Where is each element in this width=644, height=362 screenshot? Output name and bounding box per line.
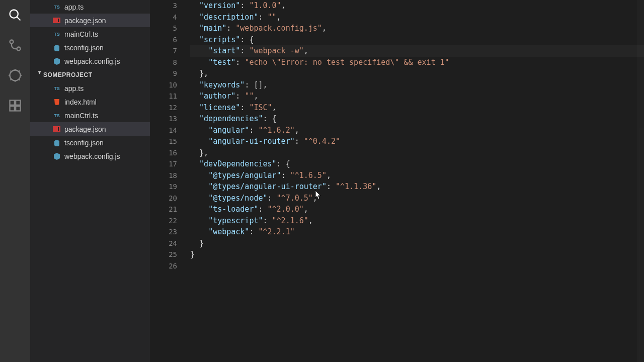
svg-rect-8 [16, 106, 20, 111]
debug-icon[interactable] [0, 60, 30, 90]
line-number: 12 [150, 102, 177, 114]
file-item[interactable]: TSmainCtrl.ts [30, 27, 150, 41]
file-label: app.ts [64, 84, 84, 93]
line-number: 14 [150, 125, 177, 136]
file-label: webpack.config.js [64, 152, 120, 160]
line-number: 11 [150, 90, 177, 102]
file-item[interactable]: package.json [30, 122, 150, 136]
file-item[interactable]: tsconfig.json [30, 136, 150, 149]
folder-label: SOMEPROJECT [43, 71, 93, 78]
code-line[interactable]: } [190, 249, 644, 260]
code-line[interactable]: "test": "echo \"Error: no test specified… [190, 57, 644, 68]
search-icon[interactable] [0, 0, 30, 30]
code-line[interactable]: "version": "1.0.0", [190, 0, 644, 12]
file-item[interactable]: webpack.config.js [30, 149, 150, 163]
line-number: 3 [150, 0, 177, 12]
code-line[interactable]: "webpack": "^2.2.1" [190, 226, 644, 238]
code-line[interactable]: "author": "", [190, 90, 644, 102]
file-label: package.json [64, 125, 106, 133]
line-number: 5 [150, 23, 177, 34]
line-number: 4 [150, 12, 177, 23]
line-number: 22 [150, 215, 177, 227]
code-line[interactable]: "@types/angular": "^1.6.5", [190, 170, 644, 182]
file-label: app.ts [64, 3, 84, 11]
svg-rect-5 [10, 101, 15, 105]
svg-point-0 [10, 10, 18, 18]
line-number: 19 [150, 181, 177, 193]
file-label: mainCtrl.ts [64, 112, 98, 120]
svg-line-1 [17, 17, 21, 21]
code-line[interactable]: "devDependencies": { [190, 158, 644, 170]
file-label: webpack.config.js [64, 57, 120, 65]
code-content[interactable]: "version": "1.0.0", "description": "", "… [190, 0, 644, 362]
file-label: package.json [64, 17, 106, 25]
file-item[interactable]: webpack.config.js [30, 54, 150, 68]
line-number: 10 [150, 79, 177, 91]
line-number: 7 [150, 45, 177, 57]
line-number: 15 [150, 136, 177, 147]
code-line[interactable]: "main": "webpack.config.js", [190, 23, 644, 34]
extensions-icon[interactable] [0, 90, 30, 121]
code-line[interactable]: "start": "webpack -w", [190, 45, 644, 57]
file-label: mainCtrl.ts [64, 30, 98, 38]
file-item[interactable]: TSapp.ts [30, 0, 150, 14]
line-number: 21 [150, 204, 177, 215]
line-number: 8 [150, 57, 177, 68]
code-line[interactable]: }, [190, 68, 644, 79]
svg-point-3 [17, 47, 21, 51]
scrollbar-vertical[interactable] [637, 0, 644, 362]
file-item[interactable]: index.html [30, 95, 150, 109]
line-number: 20 [150, 193, 177, 204]
svg-rect-7 [10, 106, 15, 111]
code-line[interactable]: "license": "ISC", [190, 102, 644, 114]
line-number: 18 [150, 170, 177, 182]
line-number: 6 [150, 34, 177, 46]
line-number: 16 [150, 147, 177, 159]
file-item[interactable]: package.json [30, 14, 150, 27]
code-line[interactable]: "scripts": { [190, 34, 644, 46]
file-label: tsconfig.json [64, 44, 104, 52]
svg-point-2 [10, 40, 14, 44]
code-line[interactable]: "@types/node": "^7.0.5", [190, 193, 644, 204]
code-line[interactable] [190, 260, 644, 272]
file-item[interactable]: tsconfig.json [30, 41, 150, 54]
folder-item[interactable]: SOMEPROJECT [30, 68, 150, 81]
svg-rect-6 [16, 101, 20, 105]
code-line[interactable]: "description": "", [190, 12, 644, 23]
editor[interactable]: 3456789101112131415161718192021222324252… [150, 0, 644, 362]
line-number: 24 [150, 238, 177, 249]
source-control-icon[interactable] [0, 30, 30, 60]
line-numbers: 3456789101112131415161718192021222324252… [150, 0, 190, 362]
code-line[interactable]: } [190, 238, 644, 249]
file-label: index.html [64, 98, 97, 106]
line-number: 25 [150, 249, 177, 260]
file-item[interactable]: TSmainCtrl.ts [30, 109, 150, 122]
line-number: 13 [150, 113, 177, 125]
file-label: tsconfig.json [64, 139, 104, 147]
code-line[interactable]: "keywords": [], [190, 79, 644, 91]
code-line[interactable]: "ts-loader": "^2.0.0", [190, 204, 644, 215]
file-explorer: TSapp.tspackage.jsonTSmainCtrl.tstsconfi… [30, 0, 150, 362]
line-number: 23 [150, 226, 177, 238]
code-line[interactable]: "dependencies": { [190, 113, 644, 125]
code-line[interactable]: "typescript": "^2.1.6", [190, 215, 644, 227]
line-number: 26 [150, 260, 177, 272]
line-number: 9 [150, 68, 177, 79]
activity-bar [0, 0, 30, 362]
code-line[interactable]: "angular": "^1.6.2", [190, 125, 644, 136]
code-line[interactable]: }, [190, 147, 644, 159]
code-line[interactable]: "angular-ui-router": "^0.4.2" [190, 136, 644, 147]
line-number: 17 [150, 158, 177, 170]
file-item[interactable]: TSapp.ts [30, 81, 150, 95]
code-line[interactable]: "@types/angular-ui-router": "^1.1.36", [190, 181, 644, 193]
